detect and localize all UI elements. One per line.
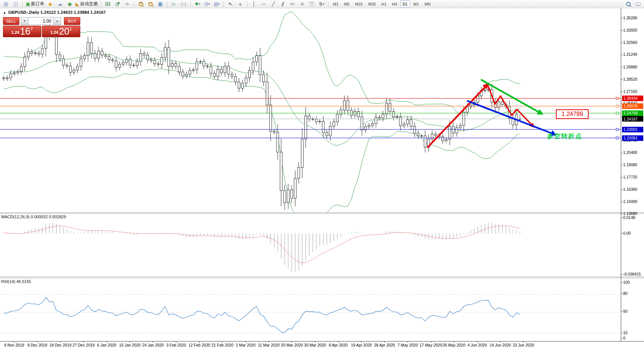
candlestick-chart-button[interactable] [113, 1, 122, 7]
vertical-line-icon: │ [252, 1, 255, 6]
macd-pane[interactable] [4, 222, 520, 272]
arrows-icon: ⇅ [319, 1, 323, 6]
arrows-tool-button[interactable]: ⇅▾ [317, 1, 326, 7]
line-anchor[interactable] [616, 105, 618, 107]
toolbar-separator [167, 1, 167, 7]
autotrade-icon: ◣ [75, 1, 79, 6]
date-label: 9 Nov 2019 [4, 343, 24, 347]
timeframe-button-m5[interactable]: M5 [342, 0, 352, 7]
tile-windows-button[interactable]: ▦ [156, 1, 165, 7]
autotrade-button[interactable]: ◣ 自动交易 [75, 1, 98, 7]
macd-tick: 0.00 [623, 231, 631, 235]
date-label: 21 Feb 2020 [211, 343, 233, 347]
text-tool-button[interactable]: A [298, 1, 307, 7]
new-order-button[interactable]: ▣ 新订单 [25, 1, 45, 7]
price-callout[interactable]: 1.24799 [556, 109, 589, 119]
panel-collapse-icon[interactable]: ▲ [3, 11, 6, 15]
data-window-button[interactable]: ◫ [11, 1, 20, 7]
timeframe-button-h1[interactable]: H1 [379, 0, 388, 7]
date-label: 9 Dec 2019 [27, 343, 47, 347]
buy-price-big: 20 [59, 27, 69, 36]
timeframe-button-w1[interactable]: W1 [411, 0, 421, 7]
timeframe-button-m15[interactable]: M15 [353, 0, 365, 7]
timeframe-button-h4[interactable]: H4 [390, 0, 399, 7]
date-label: 24 Jan 2020 [142, 343, 164, 347]
autotrade-label: 自动交易 [80, 1, 98, 7]
line-chart-icon: ∿ [125, 1, 129, 6]
date-label: 7 May 2020 [398, 343, 418, 347]
zoom-out-button[interactable] [146, 1, 155, 7]
timeframe-button-m30[interactable]: M30 [366, 0, 378, 7]
rsi-tick: 50 [623, 309, 628, 313]
buy-price-prefix: 1.24 [51, 29, 58, 36]
mql5-community-icon: ☁ [58, 1, 62, 6]
price-tick: 1.29880 [623, 65, 637, 69]
turning-point-annotation[interactable]: 多空转折点 [547, 132, 582, 141]
market-watch-icon: ▤ [4, 1, 8, 6]
main-chart-pane[interactable] [0, 12, 621, 222]
line-anchor[interactable] [616, 128, 618, 131]
crosshair-tool-button[interactable]: ＋ [236, 1, 245, 7]
rsi-tick: 100 [623, 280, 630, 284]
volume-decrease-button[interactable]: ▼ [21, 17, 28, 25]
templates-button[interactable]: ▧▾ [212, 1, 221, 7]
volume-input[interactable]: 1.00 [28, 17, 54, 25]
zoom-in-button[interactable] [136, 1, 145, 7]
market-watch-button[interactable]: ▤ [1, 1, 10, 7]
timeframe-button-mn[interactable]: MN [422, 0, 433, 7]
periods-button[interactable]: ◷▾ [203, 1, 211, 7]
price-badge-1.22061: 1.22061 [622, 135, 643, 141]
toolbar-separator [247, 1, 247, 7]
line-anchor[interactable] [616, 97, 618, 99]
chart-canvas[interactable] [0, 8, 644, 351]
rsi-tick: 80 [623, 291, 628, 296]
indicators-button[interactable]: ✚▾ [193, 1, 202, 7]
toolbar-separator [134, 1, 134, 7]
trend-arrow[interactable] [481, 80, 542, 114]
trendline-tool-button[interactable]: ╱ [269, 1, 278, 7]
periods-icon: ◷ [204, 1, 208, 6]
volume-stepper: ▼ 1.00 ▲ [21, 17, 61, 25]
buy-price-box[interactable]: 1.24201 [42, 26, 80, 37]
line-anchor[interactable] [616, 137, 618, 139]
mt4-window: ▤ ◫ ▣ 新订单 ◆ ☁ ◉ ◣ 自动交易 ∿ ▦ ▷ ▷| ✚▾ ◷▾ ▧▾… [0, 0, 644, 351]
bar-chart-button[interactable] [103, 1, 112, 7]
sell-price-box[interactable]: 1.24167 [3, 26, 41, 37]
timeframe-button-m1[interactable]: M1 [331, 0, 341, 7]
zoom-in-icon [139, 2, 143, 6]
candles [3, 19, 521, 210]
bar-chart-icon [106, 2, 110, 6]
sell-price-prefix: 1.24 [12, 29, 19, 36]
mql5-community-button[interactable]: ☁ [55, 1, 64, 7]
auto-scroll-button[interactable]: ▷| [179, 1, 188, 7]
chart-shift-button[interactable]: ▷ [169, 1, 178, 7]
horizontal-line-tool-button[interactable]: ─ [259, 1, 268, 7]
search-button[interactable] [624, 1, 633, 7]
macd-label: MACD(12,26,9) 0.000032 0.002829 [1, 215, 66, 219]
volume-increase-button[interactable]: ▲ [54, 17, 61, 25]
date-label: 17 May 2020 [420, 343, 442, 347]
cursor-tool-button[interactable]: ↖ [226, 1, 235, 7]
rsi-pane[interactable] [0, 294, 621, 333]
metaeditor-button[interactable]: ◆ [46, 1, 55, 7]
signals-icon: ◉ [68, 1, 72, 6]
price-badge-1.23001: 1.23001 [622, 127, 643, 132]
timeframe-button-d1[interactable]: D1 [400, 0, 410, 7]
channel-tool-button[interactable]: ∥ [278, 1, 287, 7]
rsi-label: RSI(14) 46.5155 [1, 279, 31, 284]
buy-button[interactable]: BUY [64, 17, 80, 25]
line-anchor[interactable] [616, 112, 618, 114]
price-badge-1.24799: 1.24799 [622, 110, 643, 116]
chat-button[interactable] [634, 1, 643, 7]
signals-button[interactable]: ◉ [65, 1, 74, 7]
sell-button[interactable]: SELL [3, 17, 19, 25]
date-label: 26 May 2020 [443, 343, 465, 347]
candlestick-chart-icon [116, 2, 120, 6]
price-tick: 1.19080 [623, 162, 637, 167]
date-label: 12 Feb 2020 [188, 343, 210, 347]
text-label-tool-button[interactable]: T [307, 1, 316, 7]
date-label: 30 Mar 2020 [304, 343, 326, 347]
fibonacci-tool-button[interactable]: ≡F [288, 1, 297, 7]
line-chart-button[interactable]: ∿ [123, 1, 132, 7]
vertical-line-tool-button[interactable]: │ [249, 1, 258, 7]
